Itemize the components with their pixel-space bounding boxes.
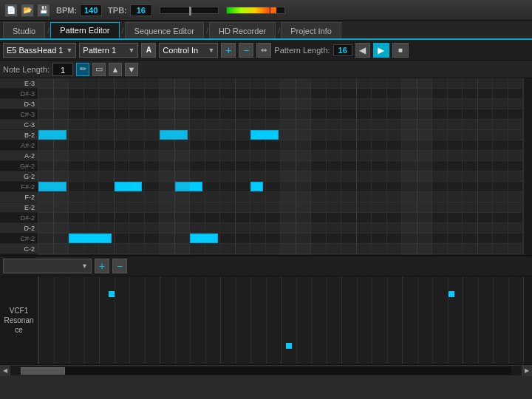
- grid-cell[interactable]: [463, 109, 478, 119]
- grid-cell[interactable]: [236, 109, 251, 119]
- grid-cell[interactable]: [508, 233, 524, 243]
- grid-cell[interactable]: [250, 151, 266, 160]
- grid-cell[interactable]: [266, 202, 282, 212]
- scroll-thumb[interactable]: [21, 367, 65, 375]
- grid-cell[interactable]: [220, 109, 236, 119]
- grid-cell[interactable]: [448, 120, 463, 129]
- grid-cell[interactable]: [311, 130, 327, 140]
- grid-cell[interactable]: [341, 78, 357, 88]
- grid-cell[interactable]: [250, 140, 266, 150]
- grid-cell[interactable]: [205, 151, 221, 160]
- grid-cell[interactable]: [115, 233, 130, 243]
- grid-cell[interactable]: [250, 244, 266, 253]
- grid-cell[interactable]: [432, 171, 448, 181]
- grid-cell[interactable]: [372, 213, 387, 222]
- grid-cell[interactable]: [205, 78, 221, 88]
- pattern-dropdown[interactable]: Pattern 1 ▼: [79, 43, 138, 58]
- grid-cell[interactable]: [327, 213, 342, 222]
- grid-cell[interactable]: [463, 182, 478, 191]
- grid-cell[interactable]: [205, 223, 221, 233]
- piano-key-G-2[interactable]: G-2: [0, 171, 38, 182]
- grid-cell[interactable]: [129, 202, 145, 212]
- grid-cell[interactable]: [508, 120, 524, 129]
- grid-cell[interactable]: [357, 89, 372, 98]
- grid-cell[interactable]: [432, 140, 448, 150]
- grid-cell[interactable]: [478, 89, 494, 98]
- grid-cell[interactable]: [341, 120, 357, 129]
- grid-cell[interactable]: [69, 78, 84, 88]
- grid-cell[interactable]: [493, 140, 508, 150]
- grid-cell[interactable]: [84, 213, 100, 222]
- grid-cell[interactable]: [478, 213, 494, 222]
- piano-key-Cs-2[interactable]: C#-2: [0, 233, 38, 244]
- rect-tool[interactable]: ▭: [92, 63, 106, 76]
- automation-vertical-scrollbar[interactable]: [523, 276, 532, 364]
- pattern-length-value[interactable]: 16: [333, 44, 352, 56]
- grid-cell[interactable]: [205, 89, 221, 98]
- grid-cell[interactable]: [205, 244, 221, 253]
- grid-cell[interactable]: [448, 151, 463, 160]
- scroll-right-btn[interactable]: ▶: [522, 366, 532, 376]
- grid-cell[interactable]: [432, 151, 448, 160]
- grid-cell[interactable]: [387, 171, 403, 181]
- grid-cell[interactable]: [311, 151, 327, 160]
- grid-cell[interactable]: [327, 223, 342, 233]
- grid-cell[interactable]: [341, 244, 357, 253]
- grid-cell[interactable]: [341, 99, 357, 109]
- grid-cell[interactable]: [220, 140, 236, 150]
- grid-cell[interactable]: [493, 182, 508, 191]
- grid-cell[interactable]: [372, 78, 387, 88]
- note-mode-btn[interactable]: A: [141, 43, 156, 58]
- grid-cell[interactable]: [129, 244, 145, 253]
- note-block[interactable]: [69, 233, 112, 243]
- grid-cell[interactable]: [84, 99, 100, 109]
- tab-hd-recorder[interactable]: HD Recorder: [209, 22, 276, 38]
- grid-cell[interactable]: [145, 202, 160, 212]
- grid-cell[interactable]: [145, 99, 160, 109]
- grid-cell[interactable]: [99, 192, 115, 202]
- grid-cell[interactable]: [99, 140, 115, 150]
- automation-dot[interactable]: [286, 343, 292, 349]
- grid-cell[interactable]: [69, 202, 84, 212]
- grid-cell[interactable]: [220, 244, 236, 253]
- remove-btn[interactable]: −: [239, 43, 253, 58]
- grid-cell[interactable]: [115, 161, 130, 171]
- grid-cell[interactable]: [432, 192, 448, 202]
- grid-cell[interactable]: [220, 120, 236, 129]
- grid-cell[interactable]: [493, 78, 508, 88]
- grid-cell[interactable]: [69, 161, 84, 171]
- grid-cell[interactable]: [190, 223, 205, 233]
- grid-cell[interactable]: [478, 244, 494, 253]
- grid-cell[interactable]: [432, 89, 448, 98]
- grid-cell[interactable]: [99, 213, 115, 222]
- grid-cell[interactable]: [372, 89, 387, 98]
- grid-cell[interactable]: [341, 161, 357, 171]
- grid-cell[interactable]: [84, 120, 100, 129]
- grid-cell[interactable]: [508, 130, 524, 140]
- grid-cell[interactable]: [432, 182, 448, 191]
- grid-cell[interactable]: [99, 99, 115, 109]
- grid-cell[interactable]: [448, 99, 463, 109]
- grid-cell[interactable]: [478, 192, 494, 202]
- note-block[interactable]: [115, 182, 143, 191]
- piano-key-D-3[interactable]: D-3: [0, 99, 38, 109]
- grid-cell[interactable]: [341, 151, 357, 160]
- piano-key-E-2[interactable]: E-2: [0, 202, 38, 213]
- grid-cell[interactable]: [220, 213, 236, 222]
- grid-cell[interactable]: [145, 120, 160, 129]
- grid-cell[interactable]: [432, 233, 448, 243]
- grid-cell[interactable]: [220, 78, 236, 88]
- grid-cell[interactable]: [250, 213, 266, 222]
- grid-cell[interactable]: [478, 171, 494, 181]
- grid-cell[interactable]: [357, 202, 372, 212]
- grid-cell[interactable]: [190, 202, 205, 212]
- grid-cell[interactable]: [266, 233, 282, 243]
- control-dropdown[interactable]: Control In ▼: [159, 43, 218, 58]
- grid-cell[interactable]: [84, 192, 100, 202]
- pencil-tool[interactable]: ✏: [76, 63, 89, 76]
- grid-cell[interactable]: [311, 78, 327, 88]
- tab-pattern-editor[interactable]: Pattern Editor: [50, 22, 119, 38]
- grid-cell[interactable]: [129, 130, 145, 140]
- grid-cell[interactable]: [311, 89, 327, 98]
- grid-cell[interactable]: [220, 223, 236, 233]
